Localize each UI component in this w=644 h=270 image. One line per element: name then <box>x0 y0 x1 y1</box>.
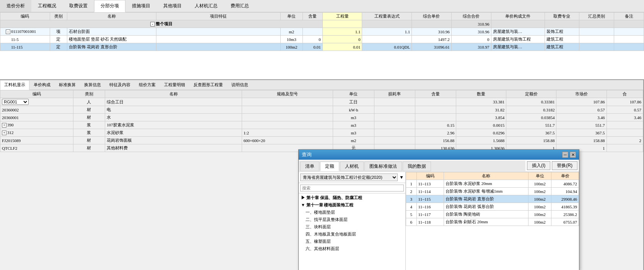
bcell-cat: 材 <box>73 144 105 152</box>
bcell-code: FJ2015089 <box>0 137 73 144</box>
result-row[interactable]: 5 11~117 台阶装饰 陶瓷地砖 100m2 25386.2 <box>406 211 579 218</box>
dialog-tab-atlas[interactable]: 图集标准做法 <box>364 162 402 171</box>
table-row[interactable]: 20360002 材 电 kW·h 31.82 0.3182 0.57 0.57 <box>0 106 643 114</box>
table-row[interactable]: 11-115 定 台阶装饰 花岗岩 直形台阶 100m2 0.01 0.01 0… <box>0 43 644 51</box>
result-row[interactable]: 1 11~113 台阶装饰 水泥砂浆 20mm 100m2 4086.72 <box>406 180 579 188</box>
tab-cost-analysis[interactable]: 造价分析 <box>0 0 31 12</box>
tab-features[interactable]: 特征及内容 <box>105 80 135 90</box>
tab-fee-settings[interactable]: 取费设置 <box>63 0 94 12</box>
rcol-code: 编码 <box>416 172 444 180</box>
bcell-unit: 工日 <box>333 98 374 106</box>
table-row[interactable]: -011107001001 项 石材台阶面 m2 1.1 1.1 310.96 … <box>0 28 644 36</box>
bcell-market: 367.5 <box>556 129 607 137</box>
dialog-tab-resources[interactable]: 人材机 <box>340 162 364 171</box>
tree-item-section4[interactable]: 四、木地板及复合地板面层 <box>299 231 405 238</box>
cell-quantity[interactable]: 0 <box>322 36 362 43</box>
insert-button[interactable]: 插入(I) <box>527 161 550 170</box>
bcell-qty: 0.0015 <box>456 121 506 129</box>
rcell-price: 29908.46 <box>551 195 579 203</box>
minimize-button[interactable]: ─ <box>562 152 568 158</box>
bcell-total: 2 <box>607 137 643 144</box>
tab-measures[interactable]: 措施项目 <box>125 0 157 12</box>
rcell-code: 11~114 <box>416 188 444 195</box>
tab-unit-price[interactable]: 单价构成 <box>29 80 55 90</box>
dialog-titlebar: 查询 ─ ✕ <box>299 150 579 160</box>
result-row[interactable]: 3 11~115 台阶装饰 花岗岩 直形台阶 100m2 29908.46 <box>406 195 579 203</box>
tab-other-items[interactable]: 其他项目 <box>157 0 188 12</box>
tree-item-section1[interactable]: 一、楼地面垫层 <box>299 209 405 216</box>
tab-standard-conversion[interactable]: 标准换算 <box>55 80 80 90</box>
rcol-price: 单价 <box>551 172 579 180</box>
dialog-tab-list[interactable]: 清单 <box>300 162 319 171</box>
cell-file: 房屋建筑与装… <box>491 43 545 51</box>
col-total-price: 综合合价 <box>451 13 491 20</box>
tab-description[interactable]: 说明信息 <box>227 80 252 90</box>
expand-down-icon: ▼ <box>301 203 305 207</box>
tree-item-section3[interactable]: 三、块料面层 <box>299 223 405 231</box>
col-note: 备注 <box>614 13 644 20</box>
tab-project-overview[interactable]: 工程概况 <box>31 0 63 12</box>
rcell-code: 11~117 <box>416 211 444 218</box>
cell-feature[interactable] <box>156 28 280 36</box>
table-row[interactable]: +312 浆 水泥砂浆 1:2 m3 2.96 0.0296 367.5 367… <box>0 129 643 137</box>
result-table: 编码 名称 单位 单价 1 11~113 台阶装饰 水泥砂浆 20mm 100m… <box>406 172 579 226</box>
cell-feature[interactable] <box>156 43 280 51</box>
col-name: 名称 <box>67 13 156 20</box>
tree-item-ch11[interactable]: ▼ 第十一章 楼地面装饰工程 <box>299 201 405 209</box>
close-button[interactable]: ✕ <box>570 152 576 158</box>
rcell-num: 4 <box>406 203 417 211</box>
expand-icon[interactable]: - <box>150 22 155 26</box>
dialog-tabs: 清单 定额 人材机 图集标准做法 我的数据 <box>299 160 525 171</box>
tab-pricing-scheme[interactable]: 组价方案 <box>135 80 160 90</box>
cell-quantity[interactable]: 0.01 <box>322 43 362 51</box>
bcell-fixed: 367.5 <box>506 129 556 137</box>
bcell-loss <box>374 137 415 144</box>
rcell-unit: 100m2 <box>528 203 551 211</box>
tab-resources-display[interactable]: 工料机显示 <box>0 80 29 90</box>
table-row[interactable]: -整个项目 310.96 <box>0 20 644 28</box>
tree-item-section5[interactable]: 五、橡塑面层 <box>299 238 405 245</box>
bcell-content: 156.88 <box>415 137 456 144</box>
cell-feature[interactable] <box>156 36 280 43</box>
code-select[interactable]: RG001 <box>2 99 29 105</box>
bcol-content: 含量 <box>415 90 456 98</box>
table-row[interactable]: FJ2015089 材 花岗岩饰面板 600×600×20 m2 156.88 … <box>0 137 643 144</box>
table-row[interactable]: 20360001 材 水 m3 3.854 0.03854 3.46 3.46 <box>0 114 643 121</box>
bcell-total: 0.57 <box>607 106 643 114</box>
bcell-market: 158.88 <box>556 137 607 144</box>
tree-item-section2[interactable]: 二、找平层及整体面层 <box>299 216 405 223</box>
tree-item-ch10[interactable]: ▶ 第十章 保温、隔热、防腐工程 <box>299 194 405 201</box>
dialog-tab-quota[interactable]: 定额 <box>320 162 339 171</box>
table-row[interactable]: 11-5 定 楼地面垫层 垫层 砂石 天然级配 10m3 0 0 1497.2 … <box>0 36 644 43</box>
bcell-content <box>415 98 456 106</box>
cell-profession: 建筑工程 <box>545 43 579 51</box>
tree-item-section6[interactable]: 六、其他材料面层 <box>299 245 405 252</box>
tab-fees-summary[interactable]: 费用汇总 <box>224 0 255 12</box>
expand-icon[interactable]: - <box>6 29 10 34</box>
tab-quantity-detail[interactable]: 工程量明细 <box>160 80 189 90</box>
tab-resources[interactable]: 人材机汇总 <box>188 0 224 12</box>
table-row[interactable]: RG001 人 综合工日 工日 33.381 0.33381 107.86 10… <box>0 98 643 106</box>
cell-quantity[interactable]: 1.1 <box>322 28 362 36</box>
search-input[interactable] <box>300 185 404 191</box>
query-dialog: 查询 ─ ✕ 清单 定额 人材机 图集标准做法 我的数据 插入(I) 替换(R)… <box>298 149 579 270</box>
cell-expression: 1.1 <box>362 28 412 36</box>
cell-file: 房屋建筑与装… <box>491 28 545 36</box>
tree-area: ▶ 第十章 保温、隔热、防腐工程 ▼ 第十一章 楼地面装饰工程 一、楼地面垫层 … <box>299 193 405 270</box>
result-row[interactable]: 6 11~118 台阶装饰 剁斩石 20mm 100m2 6755.07 <box>406 218 579 226</box>
cell-file <box>491 20 545 28</box>
tab-reverse-query[interactable]: 反查图形工程量 <box>189 80 227 90</box>
result-row[interactable]: 2 11~114 台阶装饰 水泥砂浆 每增减1mm 100m2 104.94 <box>406 188 579 195</box>
replace-button[interactable]: 替换(R) <box>552 161 577 170</box>
bcol-market-price: 市场价 <box>556 90 607 98</box>
expand-icon[interactable]: + <box>2 123 7 128</box>
tab-section-items[interactable]: 分部分项 <box>94 0 125 12</box>
result-row[interactable]: 4 11~116 台阶装饰 花岗岩 弧形台阶 100m2 41865.39 <box>406 203 579 211</box>
province-select[interactable]: 青海省房屋建筑与装饰工程计价定额(2020) <box>300 173 398 181</box>
tab-conversion-info[interactable]: 换算信息 <box>80 80 105 90</box>
dialog-tab-mydata[interactable]: 我的数据 <box>403 162 431 171</box>
table-row[interactable]: +390 浆 107胶素水泥浆 m3 0.15 0.0015 551.7 551… <box>0 121 643 129</box>
cell-quantity[interactable] <box>322 20 362 28</box>
rcell-name: 台阶装饰 花岗岩 弧形台阶 <box>444 203 528 211</box>
expand-icon[interactable]: + <box>2 131 7 135</box>
